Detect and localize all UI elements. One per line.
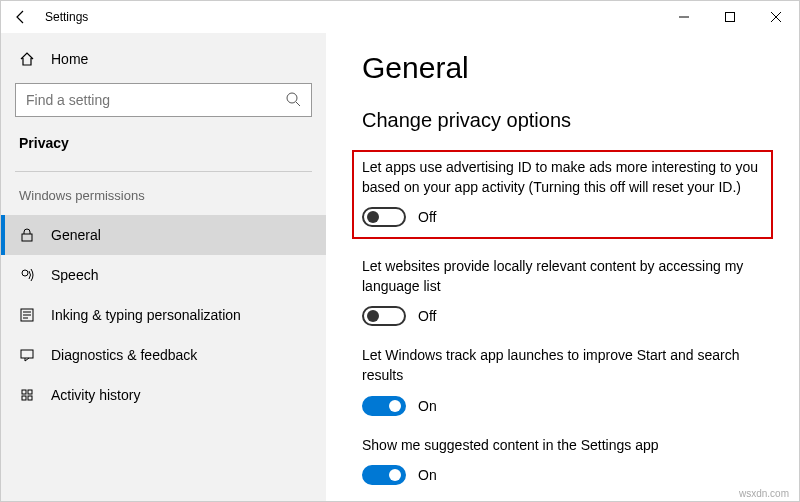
watermark: wsxdn.com bbox=[739, 488, 789, 499]
svg-point-4 bbox=[287, 93, 297, 103]
content-area: General Change privacy options Let apps … bbox=[326, 33, 799, 501]
nav-item-inking[interactable]: Inking & typing personalization bbox=[1, 295, 326, 335]
window-controls bbox=[661, 1, 799, 33]
svg-rect-13 bbox=[22, 390, 26, 394]
history-icon bbox=[19, 387, 37, 403]
speech-icon bbox=[19, 267, 37, 283]
option-desc: Let apps use advertising ID to make ads … bbox=[362, 158, 762, 197]
toggle-app-launches[interactable] bbox=[362, 396, 406, 416]
toggle-language-list[interactable] bbox=[362, 306, 406, 326]
search-icon bbox=[285, 91, 301, 111]
divider bbox=[15, 171, 312, 172]
home-label: Home bbox=[51, 51, 88, 67]
svg-rect-15 bbox=[22, 396, 26, 400]
nav-label: Speech bbox=[51, 267, 98, 283]
svg-rect-14 bbox=[28, 390, 32, 394]
toggle-state: Off bbox=[418, 308, 436, 324]
home-nav[interactable]: Home bbox=[1, 41, 326, 77]
feedback-icon bbox=[19, 347, 37, 363]
highlighted-option: Let apps use advertising ID to make ads … bbox=[352, 150, 773, 239]
minimize-icon bbox=[679, 12, 689, 22]
maximize-icon bbox=[725, 12, 735, 22]
svg-rect-12 bbox=[21, 350, 33, 358]
svg-line-5 bbox=[296, 102, 300, 106]
nav-item-speech[interactable]: Speech bbox=[1, 255, 326, 295]
arrow-left-icon bbox=[13, 9, 29, 25]
toggle-suggested-content[interactable] bbox=[362, 465, 406, 485]
page-title: General bbox=[362, 51, 769, 85]
search-box[interactable] bbox=[15, 83, 312, 117]
back-button[interactable] bbox=[7, 3, 35, 31]
nav-label: Activity history bbox=[51, 387, 140, 403]
toggle-state: On bbox=[418, 398, 437, 414]
nav-item-activity[interactable]: Activity history bbox=[1, 375, 326, 415]
search-input[interactable] bbox=[26, 92, 301, 108]
toggle-advertising-id[interactable] bbox=[362, 207, 406, 227]
svg-point-7 bbox=[22, 270, 28, 276]
home-icon bbox=[19, 51, 37, 67]
lock-icon bbox=[19, 227, 37, 243]
window-title: Settings bbox=[45, 10, 88, 24]
maximize-button[interactable] bbox=[707, 1, 753, 33]
nav-label: Diagnostics & feedback bbox=[51, 347, 197, 363]
option-desc: Let Windows track app launches to improv… bbox=[362, 346, 762, 385]
svg-rect-6 bbox=[22, 234, 32, 241]
option-desc: Show me suggested content in the Setting… bbox=[362, 436, 762, 456]
category-label: Privacy bbox=[1, 129, 326, 165]
nav-item-general[interactable]: General bbox=[1, 215, 326, 255]
close-icon bbox=[771, 12, 781, 22]
close-button[interactable] bbox=[753, 1, 799, 33]
inking-icon bbox=[19, 307, 37, 323]
option-desc: Let websites provide locally relevant co… bbox=[362, 257, 762, 296]
nav-label: Inking & typing personalization bbox=[51, 307, 241, 323]
minimize-button[interactable] bbox=[661, 1, 707, 33]
section-title: Change privacy options bbox=[362, 109, 769, 132]
svg-rect-1 bbox=[726, 13, 735, 22]
nav-item-diagnostics[interactable]: Diagnostics & feedback bbox=[1, 335, 326, 375]
toggle-state: Off bbox=[418, 209, 436, 225]
sidebar: Home Privacy Windows permissions General… bbox=[1, 33, 326, 501]
titlebar: Settings bbox=[1, 1, 799, 33]
nav-label: General bbox=[51, 227, 101, 243]
section-label: Windows permissions bbox=[1, 182, 326, 215]
toggle-state: On bbox=[418, 467, 437, 483]
svg-rect-16 bbox=[28, 396, 32, 400]
